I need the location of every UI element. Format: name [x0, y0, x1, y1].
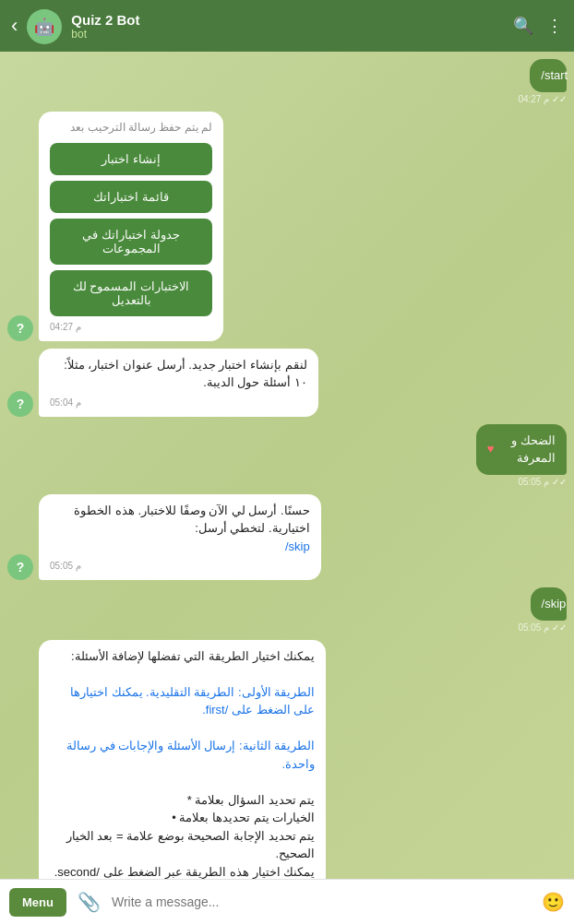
menu-button[interactable]: Menu [9, 888, 66, 917]
bubble-welcome: لم يتم حفظ رسالة الترحيب بعد إنشاء اختبا… [39, 112, 223, 341]
attach-icon[interactable]: 📎 [74, 887, 104, 917]
header-info: Quiz 2 Bot bot [71, 12, 504, 41]
skip-cmd-ref: /skip [285, 538, 310, 556]
msg-time-skip-inst: 05:05 م [50, 559, 310, 573]
welcome-note: لم يتم حفظ رسالة الترحيب بعد [50, 119, 212, 136]
search-icon[interactable]: 🔍 [513, 16, 533, 36]
create-quiz-btn[interactable]: إنشاء اختبار [50, 143, 212, 175]
msg-time-username: 05:05 م ✓✓ [518, 477, 567, 487]
bot-avatar-sm: ? [7, 315, 33, 341]
method-intro: يمكنك اختيار الطريقة التي تفضلها لإضافة … [50, 647, 315, 666]
message-skip-inst: ? حسنًا. أرسل لي الآن وصفًا للاختبار. هذ… [7, 494, 567, 581]
msg-time-hint: 05:04 م [50, 396, 307, 409]
bot-avatar-sm2: ? [7, 391, 33, 417]
chat-title: Quiz 2 Bot [71, 12, 504, 28]
method-mark3: يتم تحديد الإجابة الصحيحة بوضع علامة = ب… [50, 827, 315, 863]
cmd-text: /start [541, 68, 568, 82]
bottom-bar: Menu 📎 🙂 [0, 879, 574, 924]
allowed-edit-btn[interactable]: الاختبارات المسموح لك بالتعديل [50, 270, 212, 316]
menu-buttons: إنشاء اختبار قائمة اختباراتك جدولة اختبا… [50, 143, 212, 316]
my-quizzes-btn[interactable]: قائمة اختباراتك [50, 181, 212, 213]
bubble-skip: حسنًا. أرسل لي الآن وصفًا للاختبار. هذه … [39, 494, 321, 581]
message-welcome: ? لم يتم حفظ رسالة الترحيب بعد إنشاء اخت… [7, 112, 567, 341]
header-actions: 🔍 ⋮ [513, 16, 563, 36]
chat-subtitle: bot [71, 28, 504, 41]
message-method: ? يمكنك اختيار الطريقة التي تفضلها لإضاف… [7, 640, 567, 906]
bubble-start: /start [530, 59, 567, 92]
method-mark2: الخيارات يتم تحديدها بعلامة • [50, 809, 315, 827]
message-create-hint: ? لنقم بإنشاء اختبار جديد. أرسل عنوان اخ… [7, 349, 567, 417]
emoji-icon[interactable]: 🙂 [542, 891, 565, 913]
message-user-name: الضحك و المعرفة ♥ 05:05 م ✓✓ [7, 424, 567, 487]
chat-header: ‹ 🤖 Quiz 2 Bot bot 🔍 ⋮ [0, 0, 574, 52]
message-start-cmd: /start 04:27 م ✓✓ [7, 59, 567, 104]
msg-time-menu: 04:27 م [50, 320, 212, 334]
more-icon[interactable]: ⋮ [546, 16, 563, 36]
bot-avatar: 🤖 [27, 9, 62, 44]
msg-time-skip: 05:05 م ✓✓ [518, 622, 567, 633]
bubble-hint: لنقم بإنشاء اختبار جديد. أرسل عنوان اختب… [39, 349, 318, 417]
bot-avatar-sm3: ? [7, 554, 33, 580]
method-mark1: يتم تحديد السؤال بعلامة * [50, 791, 315, 810]
back-button[interactable]: ‹ [11, 14, 18, 38]
msg-time: 04:27 م ✓✓ [518, 94, 567, 104]
chat-area: /start 04:27 م ✓✓ ? لم يتم حفظ رسالة الت… [0, 52, 574, 924]
method-two: الطريقة الثانية: إرسال الأسئلة والإجابات… [50, 737, 315, 773]
schedule-btn[interactable]: جدولة اختباراتك في المجموعات [50, 219, 212, 265]
username-text: الضحك و المعرفة [500, 432, 556, 468]
bubble-skip-cmd: /skip [531, 587, 567, 621]
method-one: الطريقة الأولى: الطريقة التقليدية. يمكنك… [50, 683, 315, 719]
bubble-username: الضحك و المعرفة ♥ [476, 424, 567, 475]
bubble-method: يمكنك اختيار الطريقة التي تفضلها لإضافة … [39, 640, 326, 906]
message-skip-cmd: /skip 05:05 م ✓✓ [7, 587, 567, 633]
message-input[interactable] [112, 894, 534, 909]
heart-icon: ♥ [487, 440, 495, 458]
